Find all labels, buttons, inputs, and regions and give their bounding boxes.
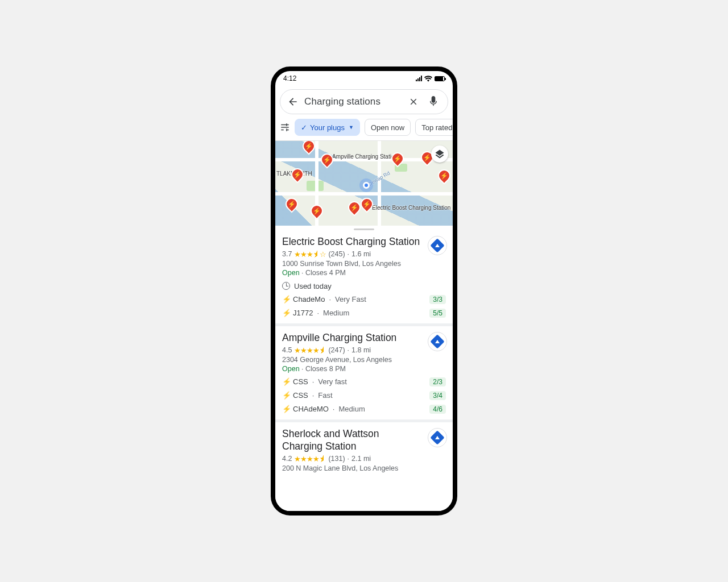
connector-row: ⚡ ChadeMo · Very Fast 3/3: [282, 295, 446, 304]
connector-row: ⚡ CSS · Very fast 2/3: [282, 377, 446, 386]
review-count: (245): [328, 250, 345, 258]
connector-speed: Medium: [323, 309, 349, 317]
result-card[interactable]: Ampville Charging Station 4.5 ★★★★⯨ (247…: [275, 326, 453, 422]
separator: ·: [348, 455, 349, 463]
chip-open-now[interactable]: Open now: [365, 119, 411, 136]
availability-badge: 2/3: [429, 377, 446, 386]
stars-icon: ★★★★⯨: [294, 455, 326, 463]
user-location-dot: [363, 182, 370, 189]
clock-icon: [282, 282, 290, 290]
used-label: Used today: [294, 282, 332, 290]
separator: ·: [348, 346, 349, 354]
bolt-icon: ⚡: [282, 391, 289, 400]
phone-frame: 4:12 Charging stations: [271, 66, 457, 516]
result-card[interactable]: Sherlock and Wattson Charging Station 4.…: [275, 422, 453, 478]
battery-icon: [435, 76, 445, 81]
layers-button[interactable]: [431, 146, 448, 163]
distance: 1.6 mi: [351, 250, 371, 258]
result-hours: Open · Closes 8 PM: [282, 365, 446, 373]
status-icons: [416, 76, 445, 82]
chip-your-plugs[interactable]: ✓ Your plugs ▼: [295, 119, 360, 136]
directions-button[interactable]: [428, 428, 447, 447]
connector-row: ⚡ J1772 · Medium 5/5: [282, 309, 446, 318]
results-list: Electric Boost Charging Station 3.7 ★★★⯨…: [275, 230, 453, 511]
check-icon: ✓: [301, 123, 307, 132]
bolt-icon: ⚡: [282, 377, 289, 386]
map-pin[interactable]: ⚡: [288, 165, 306, 183]
clear-icon[interactable]: [407, 95, 420, 109]
result-address: 2304 George Avenue, Los Angeles: [282, 356, 446, 364]
stars-icon: ★★★⯨☆: [294, 250, 326, 259]
connector-row: ⚡ CSS · Fast 3/4: [282, 391, 446, 400]
wifi-icon: [424, 76, 432, 82]
result-hours: Open · Closes 4 PM: [282, 269, 446, 277]
connector-speed: Fast: [318, 391, 332, 400]
result-meta: 4.5 ★★★★⯨ (247) · 1.8 mi: [282, 346, 446, 355]
filter-chip-row: ✓ Your plugs ▼ Open now Top rated: [275, 118, 453, 140]
map-view[interactable]: TLAKE ORTH Ampville Charging Station Ele…: [275, 140, 453, 226]
tune-icon[interactable]: [280, 122, 290, 133]
rating-value: 4.2: [282, 455, 292, 463]
directions-icon: [430, 430, 444, 444]
connector-row: ⚡ CHAdeMO · Medium 4/6: [282, 405, 446, 414]
distance: 2.1 mi: [351, 455, 371, 463]
connector-type: J1772: [293, 309, 313, 317]
signal-icon: [416, 76, 422, 81]
distance: 1.8 mi: [351, 346, 371, 354]
stars-icon: ★★★★⯨: [294, 346, 326, 355]
used-today-row: Used today: [282, 282, 446, 290]
rating-value: 3.7: [282, 250, 292, 258]
availability-badge: 3/3: [429, 295, 446, 304]
map-pin[interactable]: ⚡: [283, 195, 300, 213]
connector-type: CHAdeMO: [293, 405, 329, 413]
directions-button[interactable]: [428, 236, 447, 255]
connector-speed: Very fast: [318, 377, 347, 386]
result-title: Sherlock and Wattson Charging Station: [282, 428, 446, 453]
open-label: Open: [282, 365, 300, 373]
map-pin[interactable]: ⚡: [308, 202, 325, 219]
map-pin[interactable]: ⚡: [435, 167, 453, 184]
result-title: Electric Boost Charging Station: [282, 236, 446, 248]
map-road: [275, 192, 453, 196]
closes-label: Closes 4 PM: [305, 269, 346, 277]
chip-top-rated[interactable]: Top rated: [415, 119, 457, 136]
directions-button[interactable]: [428, 332, 447, 351]
chip-label: Open now: [371, 123, 404, 132]
status-bar: 4:12: [275, 71, 453, 86]
chip-label: Your plugs: [310, 123, 345, 132]
mic-icon[interactable]: [425, 96, 442, 107]
search-field[interactable]: Charging stations: [280, 89, 448, 114]
result-meta: 4.2 ★★★★⯨ (131) · 2.1 mi: [282, 455, 446, 463]
connector-type: CSS: [293, 377, 308, 386]
connector-type: ChadeMo: [293, 295, 325, 304]
review-count: (247): [328, 346, 345, 354]
directions-icon: [430, 334, 444, 348]
closes-label: Closes 8 PM: [305, 365, 346, 373]
result-card[interactable]: Electric Boost Charging Station 3.7 ★★★⯨…: [275, 230, 453, 326]
availability-badge: 4/6: [429, 405, 446, 414]
bolt-icon: ⚡: [282, 309, 289, 317]
connector-speed: Very Fast: [335, 295, 366, 304]
open-label: Open: [282, 269, 300, 277]
search-row: Charging stations: [275, 86, 453, 118]
chip-label: Top rated: [421, 123, 452, 132]
search-query-text: Charging stations: [304, 96, 402, 107]
availability-badge: 5/5: [429, 309, 446, 318]
rating-value: 4.5: [282, 346, 292, 354]
directions-icon: [430, 238, 444, 252]
result-title: Ampville Charging Station: [282, 332, 446, 344]
bolt-icon: ⚡: [282, 405, 289, 413]
result-address: 200 N Magic Lane Blvd, Los Angeles: [282, 464, 446, 472]
result-address: 1000 Sunrise Town Blvd, Los Angeles: [282, 260, 446, 268]
map-poi-label-ampville: Ampville Charging Station: [332, 153, 398, 160]
availability-badge: 3/4: [429, 391, 446, 400]
status-time: 4:12: [283, 74, 296, 82]
map-poi-label-electric: Electric Boost Charging Station: [372, 205, 450, 211]
result-meta: 3.7 ★★★⯨☆ (245) · 1.6 mi: [282, 250, 446, 259]
connector-type: CSS: [293, 391, 308, 400]
caret-down-icon: ▼: [349, 124, 354, 130]
back-arrow-icon[interactable]: [286, 95, 300, 109]
connector-speed: Medium: [338, 405, 365, 413]
bolt-icon: ⚡: [282, 295, 289, 304]
review-count: (131): [328, 455, 345, 463]
